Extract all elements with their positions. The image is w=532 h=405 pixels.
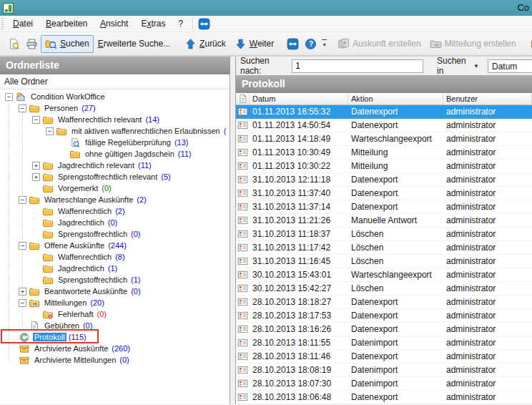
tree-item-sprengstoffrechtlich[interactable]: Sprengstoffrechtlich(0)	[0, 228, 230, 240]
item-count: (0)	[119, 356, 129, 364]
collapse-icon[interactable]: −	[19, 196, 26, 204]
tree-item-archivierte-auskünfte[interactable]: Archivierte Auskünfte(260)	[0, 343, 230, 354]
tree-item-archivierte-mitteilungen[interactable]: Archivierte Mitteilungen(0)	[0, 354, 230, 366]
cell-aktion: Datenexport	[348, 120, 443, 130]
advanced-search-button[interactable]: Erweiterte Suche...	[94, 36, 174, 52]
tree-item-protokoll[interactable]: Protokoll(115)	[0, 331, 230, 343]
back-button[interactable]: Zurück	[180, 35, 230, 53]
tree-item-personen[interactable]: −Personen(27)	[0, 102, 230, 114]
table-row[interactable]: 28.10.2013 18:06:48Datenexportadministra…	[236, 391, 532, 404]
table-row[interactable]: 30.10.2013 15:43:01Warteschlangeexportad…	[236, 268, 532, 282]
column-header-icon[interactable]	[236, 93, 250, 104]
import-button[interactable]: Einlesen...	[526, 35, 532, 53]
menu-?[interactable]: ?	[172, 16, 190, 31]
menu-bearbeiten[interactable]: Bearbeiten	[39, 16, 94, 31]
collapse-icon[interactable]: −	[5, 93, 13, 101]
table-row[interactable]: 31.10.2013 11:21:26Manuelle Antwortadmin…	[236, 214, 532, 228]
tree-item-mitteilungen[interactable]: −Mitteilungen(20)	[0, 297, 230, 308]
chevron-down-icon: ▾	[323, 42, 326, 48]
table-row[interactable]: 31.10.2013 11:37:14Datenexportadministra…	[236, 200, 532, 214]
collapse-icon[interactable]: −	[19, 104, 26, 112]
cell-datum: 01.11.2013 10:30:49	[250, 147, 348, 157]
tree-item-gebühren[interactable]: Gebühren(0)	[0, 320, 230, 331]
table-row[interactable]: 28.10.2013 18:07:30Datenimportadministra…	[236, 377, 532, 391]
collapse-icon[interactable]: −	[32, 116, 40, 124]
row-icon-cell	[236, 215, 250, 225]
tree-item-jagdrechtlich[interactable]: Jagdrechtlich(0)	[0, 217, 230, 228]
tree-item-sprengstoffrechtlich-relevant[interactable]: +Sprengstoffrechtlich relevant(5)	[0, 171, 230, 182]
table-header: Datum Aktion Benutzer	[236, 93, 532, 105]
tree-item-condition-workoffice[interactable]: −Condition WorkOffice	[0, 91, 230, 102]
search-input[interactable]	[292, 59, 423, 73]
table-row[interactable]: 28.10.2013 18:17:53Datenexportadministra…	[236, 309, 532, 323]
table-row[interactable]: 31.10.2013 11:17:42Löschenadministrator	[236, 241, 532, 255]
cell-aktion: Mitteilung	[348, 161, 443, 171]
column-header-datum[interactable]: Datum	[250, 93, 348, 104]
collapse-icon[interactable]: −	[46, 127, 54, 135]
tree-item-vorgemerkt[interactable]: Vorgemerkt(0)	[0, 182, 230, 194]
tree-item-warteschlange-auskünfte[interactable]: −Warteschlange Auskünfte(2)	[0, 194, 230, 205]
tree-item-sprengstoffrechtlich[interactable]: Sprengstoffrechtlich(1)	[0, 274, 230, 286]
table-row[interactable]: 28.10.2013 18:16:26Datenexportadministra…	[236, 323, 532, 336]
row-icon-cell	[236, 379, 250, 389]
tree-item-fällige-regelüberprüfung[interactable]: fällige Regelüberprüfung(13)	[0, 137, 230, 148]
table-row[interactable]: 30.10.2013 15:42:27Löschenadministrator	[236, 282, 532, 296]
tree-item-waffenrechtlich[interactable]: Waffenrechtlich(2)	[0, 205, 230, 217]
expand-icon[interactable]: +	[32, 162, 40, 170]
menu-datei[interactable]: Datei	[6, 16, 39, 31]
expand-icon[interactable]: +	[32, 173, 40, 181]
toolbar-overflow-button[interactable]: ▾	[320, 36, 329, 52]
table-row[interactable]: 31.10.2013 11:37:40Datenexportadministra…	[236, 187, 532, 200]
table-row[interactable]: 31.10.2013 12:11:18Datenexportadministra…	[236, 173, 532, 187]
menu-extras[interactable]: Extras	[134, 16, 172, 31]
search-column-select[interactable]: Datum	[488, 59, 532, 73]
tree-item-waffenrechtlich[interactable]: Waffenrechtlich(8)	[0, 251, 230, 263]
panel-splitter[interactable]	[230, 57, 235, 404]
cell-datum: 28.10.2013 18:11:55	[250, 338, 348, 348]
next-button[interactable]: Weiter	[230, 35, 278, 53]
menu-ansicht[interactable]: Ansicht	[94, 16, 134, 31]
row-icon-cell	[236, 256, 250, 266]
create-auskunft-button[interactable]: Auskunft erstellen	[333, 35, 425, 53]
cell-aktion: Löschen	[348, 256, 443, 266]
tree-item-mit-aktiven-waffenrechtlichen-erlaubnissen[interactable]: −mit aktiven waffenrechtlichen Erlaubnis…	[0, 125, 230, 137]
tree-item-waffenrechtlich-relevant[interactable]: −Waffenrechtlich relevant(14)	[0, 114, 230, 125]
all-folders-header[interactable]: Alle Ordner	[0, 74, 230, 89]
teamviewer-icon[interactable]	[198, 18, 210, 30]
toolbar-grip[interactable]	[1, 18, 4, 29]
print-button[interactable]	[23, 35, 41, 53]
tree-item-fehlerhaft[interactable]: Fehlerhaft(0)	[0, 308, 230, 320]
table-row[interactable]: 01.11.2013 10:30:49Mitteilungadministrat…	[236, 146, 532, 160]
table-row[interactable]: 28.10.2013 18:11:55Datenimportadministra…	[236, 336, 532, 350]
collapse-icon[interactable]: −	[19, 242, 26, 250]
create-mitteilung-button[interactable]: Mitteilung erstellen	[425, 35, 521, 53]
chevron-down-icon: ▼	[473, 63, 479, 69]
tree-item-jagdrechtlich-relevant[interactable]: +Jagdrechtlich relevant(11)	[0, 160, 230, 171]
table-row[interactable]: 28.10.2013 18:11:46Datenexportadministra…	[236, 350, 532, 363]
tree-item-jagdrechtlich[interactable]: Jagdrechtlich(1)	[0, 263, 230, 274]
column-header-benutzer[interactable]: Benutzer	[443, 93, 532, 104]
table-row[interactable]: 01.11.2013 10:30:22Mitteilungadministrat…	[236, 160, 532, 173]
search-in-dropdown[interactable]: Suchen in ▼	[433, 54, 483, 77]
expand-icon[interactable]: +	[19, 288, 26, 296]
table-row[interactable]: 31.10.2013 11:16:45Löschenadministrator	[236, 255, 532, 268]
search-button[interactable]: Suchen	[41, 35, 94, 53]
collapse-icon[interactable]: −	[19, 299, 26, 307]
table-row[interactable]: 01.11.2013 14:50:54Datenexportadministra…	[236, 119, 532, 132]
print-preview-button[interactable]	[5, 35, 23, 53]
table-row[interactable]: 28.10.2013 18:18:27Datenexportadministra…	[236, 296, 532, 309]
table-row[interactable]: 01.11.2013 16:55:32Datenexportadministra…	[236, 105, 532, 119]
cell-datum: 30.10.2013 15:42:27	[250, 283, 348, 293]
tree-item-offene-auskünfte[interactable]: −Offene Auskünfte(244)	[0, 240, 230, 251]
table-row[interactable]: 01.11.2013 14:18:49Warteschlangeexportad…	[236, 132, 532, 146]
help-button[interactable]	[302, 35, 320, 53]
tree-item-label: Gebühren	[43, 321, 81, 330]
teamviewer-button[interactable]	[284, 35, 302, 53]
table-row[interactable]: 28.10.2013 18:08:19Datenimportadministra…	[236, 363, 532, 377]
column-header-aktion[interactable]: Aktion	[348, 93, 443, 104]
cell-benutzer: administrator	[443, 134, 532, 144]
log-entry-icon	[237, 188, 248, 198]
tree-item-ohne-gültigen-jagdschein[interactable]: ohne gültigen Jagdschein(11)	[0, 148, 230, 160]
table-row[interactable]: 31.10.2013 11:18:37Löschenadministrator	[236, 228, 532, 241]
tree-item-beantwortete-auskünfte[interactable]: +Beantwortete Auskünfte(0)	[0, 286, 230, 297]
